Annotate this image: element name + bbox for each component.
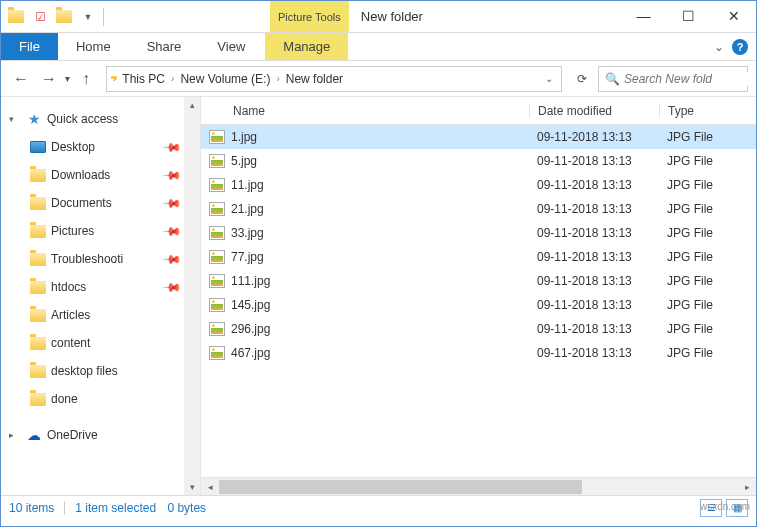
scroll-up-icon[interactable]: ▴	[184, 97, 200, 113]
status-selection: 1 item selected	[75, 501, 156, 515]
pin-icon: 📌	[162, 193, 183, 214]
breadcrumb-item[interactable]: New Volume (E:)	[176, 72, 274, 86]
file-date: 09-11-2018 13:13	[529, 298, 659, 312]
refresh-button[interactable]: ⟳	[570, 67, 594, 91]
file-row[interactable]: 296.jpg09-11-2018 13:13JPG File	[201, 317, 756, 341]
image-file-icon	[209, 250, 225, 264]
file-name: 21.jpg	[231, 202, 264, 216]
sidebar-scrollbar[interactable]: ▴ ▾	[184, 97, 200, 495]
tree-label: Quick access	[47, 112, 200, 126]
image-file-icon	[209, 322, 225, 336]
file-list[interactable]: 1.jpg09-11-2018 13:13JPG File5.jpg09-11-…	[201, 125, 756, 477]
file-date: 09-11-2018 13:13	[529, 130, 659, 144]
scroll-down-icon[interactable]: ▾	[184, 479, 200, 495]
sidebar-item[interactable]: desktop files	[1, 357, 200, 385]
new-folder-icon[interactable]	[53, 6, 75, 28]
file-row[interactable]: 467.jpg09-11-2018 13:13JPG File	[201, 341, 756, 365]
file-row[interactable]: 33.jpg09-11-2018 13:13JPG File	[201, 221, 756, 245]
onedrive-node[interactable]: ▸ ☁ OneDrive	[1, 421, 200, 449]
ribbon-expand-icon[interactable]: ⌄	[714, 40, 724, 54]
chevron-right-icon[interactable]: ›	[274, 73, 281, 84]
up-button[interactable]: ↑	[74, 67, 98, 91]
file-row[interactable]: 1.jpg09-11-2018 13:13JPG File	[201, 125, 756, 149]
tab-manage[interactable]: Manage	[265, 33, 348, 60]
folder-icon	[29, 390, 47, 408]
file-date: 09-11-2018 13:13	[529, 274, 659, 288]
file-name: 5.jpg	[231, 154, 257, 168]
quick-access-node[interactable]: ▾ ★ Quick access	[1, 105, 200, 133]
search-box[interactable]: 🔍	[598, 66, 748, 92]
help-icon[interactable]: ?	[732, 39, 748, 55]
content-area: ▾ ★ Quick access Desktop📌Downloads📌Docum…	[1, 97, 756, 495]
navigation-bar: ← → ▾ ↑ › This PC › New Volume (E:) › Ne…	[1, 61, 756, 97]
file-name: 467.jpg	[231, 346, 270, 360]
file-row[interactable]: 11.jpg09-11-2018 13:13JPG File	[201, 173, 756, 197]
forward-button[interactable]: →	[37, 67, 61, 91]
column-type[interactable]: Type	[659, 104, 756, 118]
folder-icon	[29, 250, 47, 268]
history-dropdown-icon[interactable]: ▾	[65, 73, 70, 84]
tree-label: Documents	[51, 196, 161, 210]
minimize-button[interactable]: —	[621, 1, 666, 31]
sidebar-item[interactable]: Troubleshooti📌	[1, 245, 200, 273]
sidebar-item[interactable]: Documents📌	[1, 189, 200, 217]
file-row[interactable]: 21.jpg09-11-2018 13:13JPG File	[201, 197, 756, 221]
folder-icon	[29, 306, 47, 324]
sidebar-item[interactable]: content	[1, 329, 200, 357]
tree-label: htdocs	[51, 280, 161, 294]
file-row[interactable]: 5.jpg09-11-2018 13:13JPG File	[201, 149, 756, 173]
file-type: JPG File	[659, 154, 756, 168]
sidebar-item[interactable]: Desktop📌	[1, 133, 200, 161]
file-pane: Name Date modified Type 1.jpg09-11-2018 …	[201, 97, 756, 495]
watermark: wsxdn.com	[700, 501, 750, 512]
chevron-right-icon[interactable]: ›	[169, 73, 176, 84]
folder-icon	[29, 222, 47, 240]
tree-label: done	[51, 392, 200, 406]
separator	[64, 501, 65, 515]
tab-share[interactable]: Share	[129, 33, 200, 60]
file-row[interactable]: 111.jpg09-11-2018 13:13JPG File	[201, 269, 756, 293]
image-file-icon	[209, 226, 225, 240]
file-type: JPG File	[659, 178, 756, 192]
close-button[interactable]: ✕	[711, 1, 756, 31]
file-tab[interactable]: File	[1, 33, 58, 60]
chevron-right-icon[interactable]: ›	[111, 73, 118, 84]
pin-icon: 📌	[162, 137, 183, 158]
tab-view[interactable]: View	[199, 33, 263, 60]
file-type: JPG File	[659, 274, 756, 288]
folder-icon	[29, 334, 47, 352]
sidebar-item[interactable]: Pictures📌	[1, 217, 200, 245]
search-input[interactable]	[624, 72, 757, 86]
maximize-button[interactable]: ☐	[666, 1, 711, 31]
file-date: 09-11-2018 13:13	[529, 226, 659, 240]
scrollbar-thumb[interactable]	[219, 480, 582, 494]
sidebar-item[interactable]: done	[1, 385, 200, 413]
expand-icon[interactable]: ▸	[9, 430, 21, 440]
column-name[interactable]: Name	[209, 104, 529, 118]
pin-icon: 📌	[162, 277, 183, 298]
folder-icon	[29, 362, 47, 380]
scroll-left-icon[interactable]: ◂	[201, 482, 219, 492]
collapse-icon[interactable]: ▾	[9, 114, 21, 124]
breadcrumb-item[interactable]: This PC	[118, 72, 169, 86]
address-dropdown-icon[interactable]: ⌄	[541, 73, 557, 84]
sidebar-item[interactable]: Downloads📌	[1, 161, 200, 189]
file-row[interactable]: 145.jpg09-11-2018 13:13JPG File	[201, 293, 756, 317]
scroll-right-icon[interactable]: ▸	[738, 482, 756, 492]
horizontal-scrollbar[interactable]: ◂ ▸	[201, 477, 756, 495]
back-button[interactable]: ←	[9, 67, 33, 91]
explorer-icon[interactable]	[5, 6, 27, 28]
breadcrumb-item[interactable]: New folder	[282, 72, 347, 86]
properties-icon[interactable]: ☑	[29, 6, 51, 28]
sidebar-item[interactable]: Articles	[1, 301, 200, 329]
qat-dropdown-icon[interactable]: ▼	[77, 6, 99, 28]
sidebar-item[interactable]: htdocs📌	[1, 273, 200, 301]
address-bar[interactable]: › This PC › New Volume (E:) › New folder…	[106, 66, 562, 92]
title-bar: ☑ ▼ Picture Tools New folder — ☐ ✕	[1, 1, 756, 33]
column-date[interactable]: Date modified	[529, 104, 659, 118]
file-row[interactable]: 77.jpg09-11-2018 13:13JPG File	[201, 245, 756, 269]
navigation-pane[interactable]: ▾ ★ Quick access Desktop📌Downloads📌Docum…	[1, 97, 201, 495]
tab-home[interactable]: Home	[58, 33, 129, 60]
file-date: 09-11-2018 13:13	[529, 154, 659, 168]
quick-access-toolbar: ☑ ▼	[1, 1, 110, 32]
